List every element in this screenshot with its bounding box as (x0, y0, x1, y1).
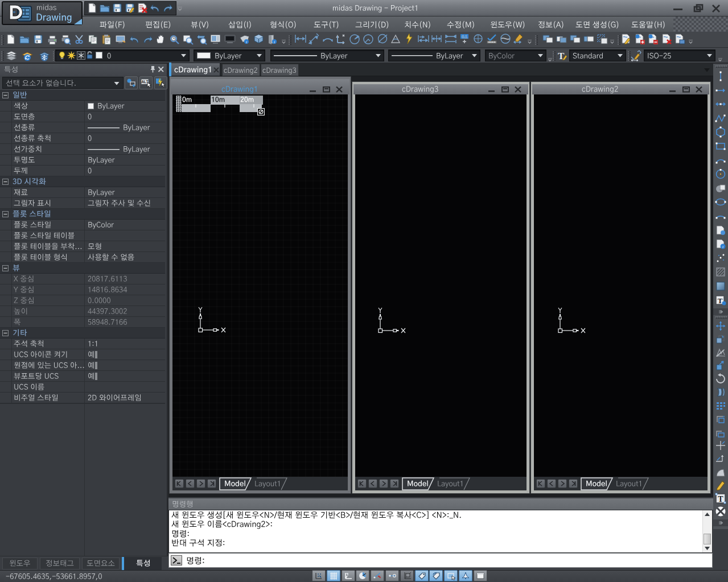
svg-text:0.1: 0.1 (462, 35, 467, 39)
svg-text:T: T (718, 495, 723, 503)
svg-text:i: i (722, 245, 723, 249)
svg-text:i: i (274, 40, 275, 44)
svg-text:T: T (718, 296, 723, 304)
svg-text:i: i (246, 40, 247, 44)
